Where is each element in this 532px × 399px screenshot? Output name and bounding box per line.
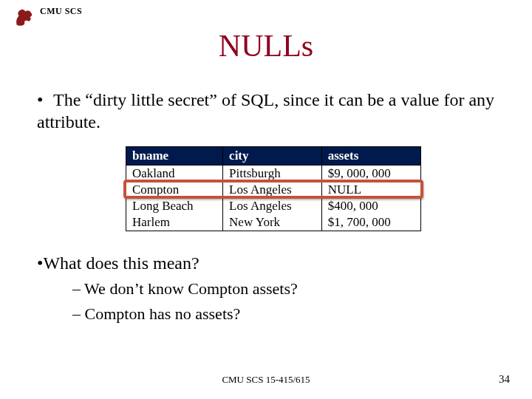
- bullet-question: •What does this mean?: [37, 252, 502, 274]
- slide-header: CMU SCS: [13, 6, 82, 28]
- cell-city: Los Angeles: [223, 182, 322, 198]
- table-row: Oakland Pittsburgh $9, 000, 000: [126, 166, 421, 183]
- col-assets: assets: [321, 147, 420, 166]
- table-row: Long Beach Los Angeles $400, 000: [126, 198, 421, 214]
- col-bname: bname: [126, 147, 223, 166]
- table-row: Compton Los Angeles NULL: [126, 182, 421, 198]
- branch-table: bname city assets Oakland Pittsburgh $9,…: [126, 146, 421, 231]
- slide-footer: CMU SCS 15-415/615: [0, 374, 532, 386]
- cell-city: New York: [223, 214, 322, 231]
- bullet-main: •The “dirty little secret” of SQL, since…: [37, 89, 502, 133]
- sub-bullet-1: – We don’t know Compton assets?: [72, 279, 502, 299]
- page-number: 34: [499, 373, 510, 386]
- cell-assets: $9, 000, 000: [321, 166, 420, 183]
- slide-content: •The “dirty little secret” of SQL, since…: [37, 89, 502, 324]
- cell-bname: Harlem: [126, 214, 223, 231]
- slide-title: NULLs: [0, 28, 532, 64]
- example-table-wrap: bname city assets Oakland Pittsburgh $9,…: [126, 146, 421, 231]
- cmu-dragon-logo: [13, 6, 35, 28]
- cell-assets: NULL: [321, 182, 420, 198]
- sub-bullet-2: – Compton has no assets?: [72, 304, 502, 324]
- table-row: Harlem New York $1, 700, 000: [126, 214, 421, 231]
- table-header-row: bname city assets: [126, 147, 421, 166]
- bullet-main-text: The “dirty little secret” of SQL, since …: [37, 90, 494, 132]
- cell-assets: $400, 000: [321, 198, 420, 214]
- cell-bname: Compton: [126, 182, 223, 198]
- cell-assets: $1, 700, 000: [321, 214, 420, 231]
- header-org: CMU SCS: [40, 6, 82, 17]
- cell-city: Pittsburgh: [223, 166, 322, 183]
- cell-city: Los Angeles: [223, 198, 322, 214]
- cell-bname: Long Beach: [126, 198, 223, 214]
- bullet-question-text: What does this mean?: [43, 253, 199, 273]
- col-city: city: [223, 147, 322, 166]
- cell-bname: Oakland: [126, 166, 223, 183]
